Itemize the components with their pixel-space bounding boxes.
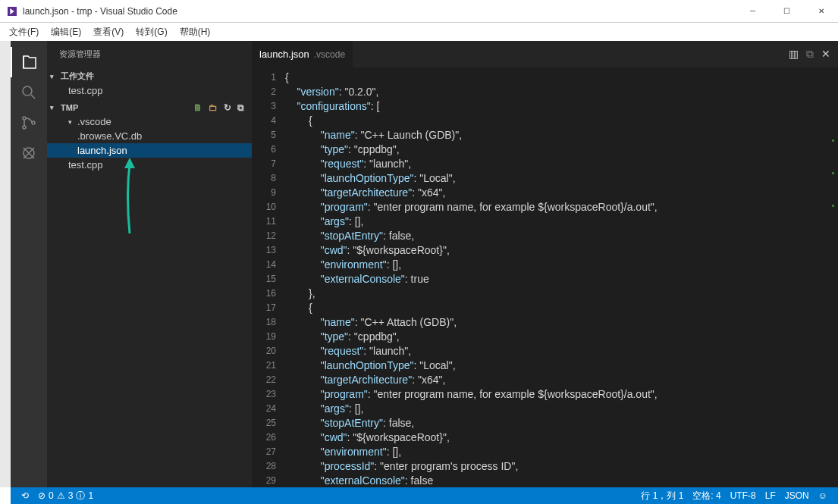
- status-eol[interactable]: LF: [761, 490, 780, 502]
- svg-point-2: [23, 126, 26, 129]
- window-title: launch.json - tmp - Visual Studio Code: [23, 6, 736, 17]
- more-icon[interactable]: ⧉: [806, 48, 814, 61]
- editor-tab[interactable]: launch.json .vscode: [252, 41, 353, 67]
- line-gutter: 1234567891011121314151617181920212223242…: [252, 67, 285, 504]
- tabbar: launch.json .vscode ▥ ⧉ ✕: [252, 41, 838, 67]
- tab-filename: launch.json: [259, 49, 309, 60]
- overview-ruler: [832, 139, 834, 504]
- section-tmp[interactable]: ▾ TMP 🗎 🗀 ↻ ⧉: [47, 101, 252, 114]
- git-icon[interactable]: [11, 108, 47, 138]
- status-encoding[interactable]: UTF-8: [726, 490, 761, 502]
- chevron-down-icon: ▾: [50, 73, 58, 80]
- code-area[interactable]: 1234567891011121314151617181920212223242…: [252, 67, 838, 504]
- menubar: 文件(F) 编辑(E) 查看(V) 转到(G) 帮助(H): [0, 23, 838, 41]
- vscode-icon: [6, 5, 18, 17]
- debug-icon[interactable]: [11, 138, 47, 168]
- split-editor-icon[interactable]: ▥: [789, 48, 799, 61]
- search-icon[interactable]: [11, 77, 47, 108]
- menu-view[interactable]: 查看(V): [87, 24, 130, 40]
- file-item[interactable]: test.cpp: [47, 83, 252, 98]
- activitybar: [11, 41, 47, 504]
- close-tab-icon[interactable]: ✕: [821, 48, 830, 61]
- file-item[interactable]: test.cpp: [47, 158, 252, 172]
- titlebar: launch.json - tmp - Visual Studio Code ─…: [0, 0, 838, 23]
- statusbar: ⟲ ⊘0⚠3ⓘ1 行 1，列 1 空格: 4 UTF-8 LF JSON ☺: [11, 487, 838, 504]
- status-sync-icon[interactable]: ⟲: [17, 490, 33, 501]
- close-button[interactable]: ✕: [804, 0, 838, 23]
- left-margin: [0, 41, 11, 487]
- chevron-down-icon: ▾: [50, 104, 58, 111]
- file-item[interactable]: .browse.VC.db: [47, 129, 252, 143]
- editor: launch.json .vscode ▥ ⧉ ✕ 12345678910111…: [252, 41, 838, 504]
- new-folder-icon[interactable]: 🗀: [209, 102, 218, 113]
- status-spaces[interactable]: 空格: 4: [688, 490, 725, 502]
- svg-point-1: [23, 117, 26, 120]
- file-item-selected[interactable]: launch.json: [47, 143, 252, 158]
- section-workfiles[interactable]: ▾ 工作文件: [47, 69, 252, 83]
- status-lang[interactable]: JSON: [780, 490, 814, 502]
- menu-edit[interactable]: 编辑(E): [45, 24, 87, 40]
- menu-help[interactable]: 帮助(H): [174, 24, 217, 40]
- new-file-icon[interactable]: 🗎: [193, 102, 202, 113]
- sidebar: 资源管理器 ▾ 工作文件 test.cpp ▾ TMP 🗎 🗀 ↻ ⧉: [47, 41, 252, 504]
- refresh-icon[interactable]: ↻: [224, 102, 231, 113]
- status-cursor[interactable]: 行 1，列 1: [636, 490, 688, 502]
- tab-subdir: .vscode: [314, 49, 345, 60]
- collapse-icon[interactable]: ⧉: [237, 102, 244, 113]
- menu-file[interactable]: 文件(F): [3, 24, 45, 40]
- status-errors[interactable]: ⊘0⚠3ⓘ1: [33, 490, 98, 502]
- status-feedback-icon[interactable]: ☺: [814, 490, 832, 502]
- svg-point-0: [23, 86, 32, 95]
- chevron-down-icon: ▾: [68, 118, 76, 126]
- sidebar-title: 资源管理器: [47, 41, 252, 67]
- minimize-button[interactable]: ─: [736, 0, 770, 23]
- explorer-icon[interactable]: [11, 47, 47, 77]
- maximize-button[interactable]: ☐: [770, 0, 804, 23]
- menu-goto[interactable]: 转到(G): [130, 24, 173, 40]
- code-content[interactable]: { "version": "0.2.0", "configurations": …: [285, 67, 838, 504]
- folder-item[interactable]: ▾.vscode: [47, 114, 252, 129]
